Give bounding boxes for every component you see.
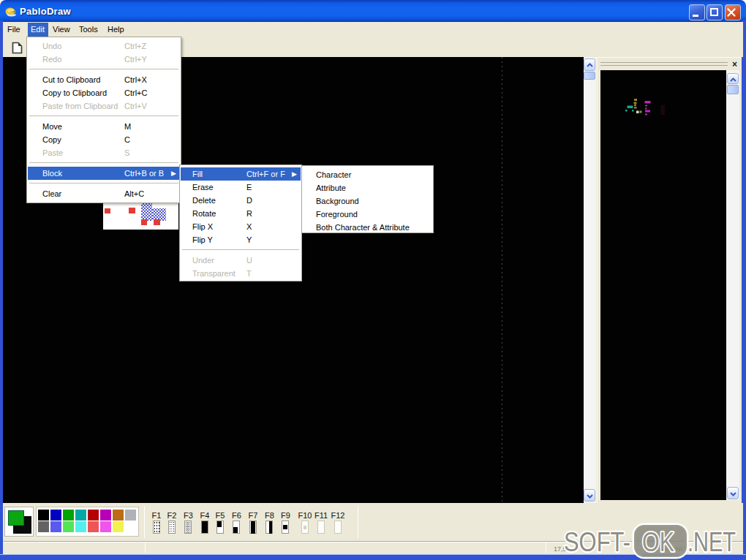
- svg-text:SOFT-: SOFT-: [564, 527, 630, 557]
- svg-text:OK: OK: [642, 527, 674, 557]
- svg-text:.NET: .NET: [687, 527, 736, 557]
